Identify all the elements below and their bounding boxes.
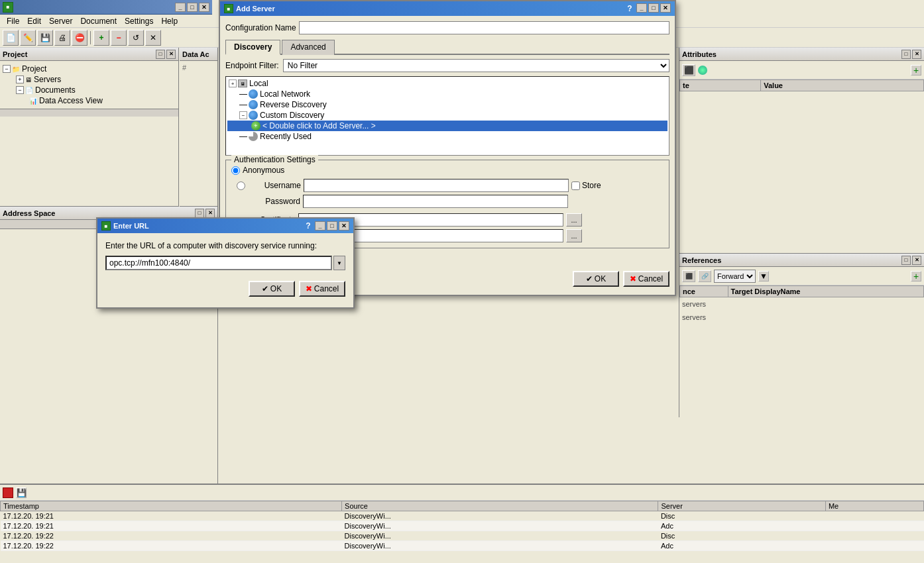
menu-edit[interactable]: Edit	[23, 15, 45, 27]
credentials-radio[interactable]	[237, 181, 245, 190]
log-row-2: 17.12.20. 19:22 DiscoveryWi... Disc	[1, 531, 924, 541]
menu-document[interactable]: Document	[76, 15, 121, 27]
loading-icon-ru	[249, 132, 258, 141]
new-btn[interactable]: 📄	[3, 30, 19, 46]
tab-advanced[interactable]: Advanced	[282, 40, 334, 55]
dialog-max-btn[interactable]: □	[648, 3, 659, 13]
project-restore-btn[interactable]: □	[156, 50, 165, 59]
addr-restore-btn[interactable]: □	[195, 209, 204, 218]
endpoint-filter-select[interactable]: No Filter Security Policy Message Mode	[283, 59, 669, 72]
dtree-add-server[interactable]: + < Double click to Add Server... >	[227, 121, 667, 131]
close-btn[interactable]: ✕	[145, 30, 161, 46]
enter-url-help-btn[interactable]: ?	[303, 221, 314, 230]
expand-local[interactable]: +	[229, 79, 237, 87]
cert-browse-btn[interactable]: ...	[566, 213, 582, 227]
log-toolbar: 💾	[0, 485, 924, 501]
add-server-ok-btn[interactable]: ✔ OK	[573, 271, 619, 287]
left-max-btn[interactable]: □	[187, 3, 198, 12]
anonymous-radio[interactable]	[231, 166, 240, 175]
addr-close-btn[interactable]: ✕	[205, 209, 215, 218]
dialog-title-controls: ? _ □ ✕	[624, 3, 671, 14]
dtree-local[interactable]: + 🖥 Local	[227, 78, 667, 89]
refs-close-btn[interactable]: ✕	[912, 256, 921, 265]
attrs-add-btn[interactable]: +	[911, 65, 921, 76]
log-clear-btn[interactable]	[3, 487, 13, 498]
dtree-rd-label: Reverse Discovery	[260, 100, 327, 109]
dtree-custom[interactable]: − Custom Discovery	[227, 110, 667, 121]
left-min-btn[interactable]: _	[175, 3, 186, 12]
username-input[interactable]	[304, 179, 569, 192]
attrs-green-dot	[698, 66, 707, 75]
add-btn[interactable]: +	[93, 30, 109, 46]
attrs-close-btn[interactable]: ✕	[912, 50, 921, 59]
project-close-btn[interactable]: ✕	[166, 50, 176, 59]
references-toolbar: ⬛ 🔗 Forward ▼ +	[679, 267, 924, 285]
refs-restore-btn[interactable]: □	[901, 256, 911, 265]
attrs-restore-btn[interactable]: □	[901, 50, 911, 59]
attributes-controls: □ ✕	[901, 50, 921, 59]
log-save-btn[interactable]: 💾	[16, 487, 27, 498]
ok-label: OK	[595, 274, 606, 283]
menu-server[interactable]: Server	[45, 15, 76, 27]
refs-add-btn[interactable]: +	[911, 271, 921, 282]
dialog-min-btn[interactable]: _	[636, 3, 647, 13]
dialog-help-btn[interactable]: ?	[624, 3, 635, 14]
log-msg-0	[825, 511, 923, 521]
tab-discovery[interactable]: Discovery	[225, 40, 280, 55]
anonymous-label: Anonymous	[243, 166, 284, 175]
dtree-reverse[interactable]: — Reverse Discovery	[227, 99, 667, 110]
refs-tool-1[interactable]: ⬛	[682, 270, 695, 282]
attributes-panel: Attributes □ ✕ ⬛ + te Value	[679, 48, 924, 253]
dtree-local-network[interactable]: — Local Network	[227, 89, 667, 99]
expand-custom[interactable]: −	[239, 111, 247, 119]
log-col-source: Source	[342, 501, 658, 511]
attrs-tool-btn[interactable]: ⬛	[682, 64, 695, 76]
log-scroll-area[interactable]: Timestamp Source Server Me 17.12.20. 19:…	[0, 501, 924, 563]
save-btn[interactable]: 💾	[37, 30, 53, 46]
username-form-row: Username Store	[248, 179, 664, 192]
app-window: ■ _ □ ✕ File Edit Server Document Settin…	[0, 0, 924, 563]
expand-servers[interactable]: +	[16, 76, 24, 83]
expand-project[interactable]: −	[3, 65, 11, 73]
menu-help[interactable]: Help	[157, 15, 182, 27]
dialog-close-btn[interactable]: ✕	[660, 3, 671, 13]
remove-btn[interactable]: −	[111, 30, 127, 46]
enter-url-cancel-btn[interactable]: ✖ Cancel	[299, 281, 345, 297]
enter-url-close-btn[interactable]: ✕	[339, 221, 349, 230]
tree-servers[interactable]: + 🖥 Servers	[3, 74, 176, 85]
tree-documents[interactable]: − 📄 Documents	[3, 85, 176, 95]
url-input[interactable]	[105, 256, 332, 270]
refs-tool-2[interactable]: 🔗	[698, 270, 711, 282]
url-dropdown-btn[interactable]: ▼	[333, 256, 345, 270]
menu-file[interactable]: File	[3, 15, 23, 27]
refs-dropdown-btn[interactable]: ▼	[758, 271, 769, 282]
log-panel: 💾 Timestamp Source Server Me 17.12.20. 1…	[0, 484, 924, 563]
stop-btn[interactable]: ⛔	[72, 30, 87, 46]
project-panel: Project □ ✕ − 📁 Project + 🖥 Servers − 📄 …	[0, 48, 179, 207]
store-label: Store	[582, 181, 601, 190]
enter-url-min-btn[interactable]: _	[315, 221, 325, 230]
discovery-tree[interactable]: + 🖥 Local — Local Network — Reverse Disc…	[225, 76, 669, 156]
log-table: Timestamp Source Server Me 17.12.20. 19:…	[0, 501, 924, 551]
project-scroll-h[interactable]	[0, 109, 178, 117]
menu-settings[interactable]: Settings	[121, 15, 157, 27]
expand-documents[interactable]: −	[16, 86, 24, 94]
key-browse-btn[interactable]: ...	[566, 229, 582, 242]
attrs-col-value: Value	[761, 80, 924, 91]
password-input[interactable]	[303, 195, 568, 208]
add-server-cancel-btn[interactable]: ✖ Cancel	[623, 271, 669, 287]
print-btn[interactable]: 🖨	[54, 30, 70, 46]
tree-project-root[interactable]: − 📁 Project	[3, 64, 176, 74]
edit-btn[interactable]: ✏️	[20, 30, 36, 46]
config-name-input[interactable]	[299, 21, 669, 34]
attributes-toolbar: ⬛ +	[679, 61, 924, 79]
refresh-btn[interactable]: ↺	[128, 30, 144, 46]
enter-url-max-btn[interactable]: □	[327, 221, 337, 230]
store-checkbox[interactable]	[571, 181, 580, 190]
refs-forward-select[interactable]: Forward	[714, 270, 756, 283]
anonymous-row: Anonymous	[231, 166, 664, 175]
dtree-recently-used[interactable]: — Recently Used	[227, 131, 667, 142]
enter-url-ok-btn[interactable]: ✔ OK	[249, 281, 295, 297]
tree-data-access-view[interactable]: 📊 Data Access View	[3, 95, 176, 106]
left-close-btn[interactable]: ✕	[199, 3, 209, 12]
